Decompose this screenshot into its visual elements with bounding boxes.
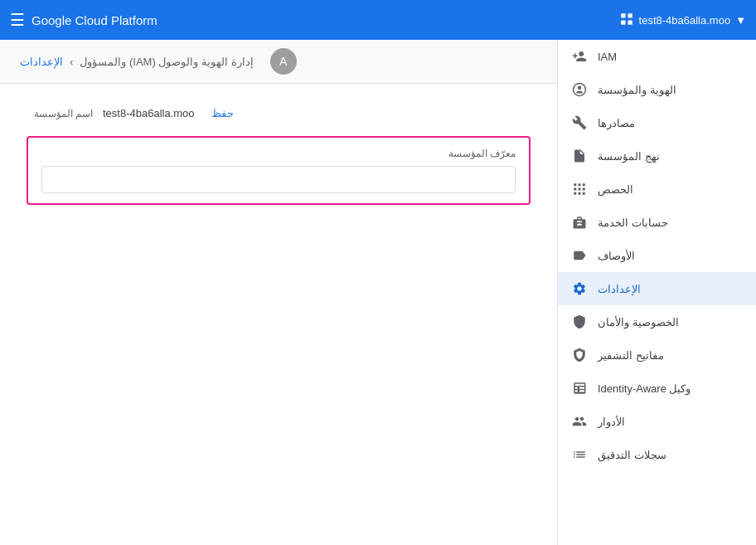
org-name-row: حفظ test8-4ba6alla.moo اسم المؤسسة — [27, 104, 531, 123]
sidebar-item-org-policy[interactable]: نهج المؤسسة — [558, 139, 756, 173]
sidebar-item-audit[interactable]: سجلات التدقيق — [558, 438, 756, 471]
sidebar-item-crypto-keys[interactable]: مفاتيح التشفير — [558, 338, 756, 372]
person-add-icon — [571, 48, 588, 65]
shield-icon — [571, 314, 588, 330]
layout: IAM الهوية والمؤسسة مصادرها نهج المؤسسة — [0, 40, 756, 545]
hamburger-icon[interactable]: ☰ — [10, 10, 25, 30]
table-icon — [571, 380, 588, 397]
sidebar-item-labels[interactable]: الأوصاف — [558, 239, 756, 272]
org-id-label: معرّف المؤسسة — [41, 148, 516, 159]
topbar-right: test8-4ba6alla.moo ▼ — [619, 12, 746, 29]
main-content: حفظ test8-4ba6alla.moo اسم المؤسسة معرّف… — [0, 84, 557, 545]
page-header: A إدارة الهوية والوصول (IAM) والمسؤول › … — [0, 40, 557, 84]
topbar: ☰ Google Cloud Platform test8-4ba6alla.m… — [0, 0, 756, 40]
sidebar-item-iap[interactable]: وكيل Identity-Aware — [558, 372, 756, 405]
breadcrumb-service: إدارة الهوية والوصول (IAM) والمسؤول — [80, 56, 253, 68]
badge-icon — [571, 214, 588, 231]
wrench-icon — [571, 114, 588, 131]
sidebar-item-iam[interactable]: IAM — [558, 40, 756, 73]
sidebar-item-quotas[interactable]: الحصص — [558, 173, 756, 206]
org-name-value: test8-4ba6alla.moo — [103, 107, 195, 119]
doc-icon — [571, 148, 588, 164]
app-title: Google Cloud Platform — [32, 13, 158, 27]
project-selector[interactable]: test8-4ba6alla.moo ▼ — [619, 12, 746, 29]
org-name-label: اسم المؤسسة — [27, 108, 93, 119]
sidebar-item-privacy[interactable]: الخصوصية والأمان — [558, 305, 756, 338]
sidebar: IAM الهوية والمؤسسة مصادرها نهج المؤسسة — [557, 40, 756, 545]
save-button[interactable]: حفظ — [205, 104, 240, 123]
label-icon — [571, 247, 588, 264]
sidebar-item-service-accounts[interactable]: حسابات الخدمة — [558, 206, 756, 239]
topbar-left: ☰ Google Cloud Platform — [10, 10, 158, 30]
identity-icon — [571, 81, 588, 98]
shield2-icon — [571, 347, 588, 363]
sidebar-item-roles[interactable]: الأدوار — [558, 405, 756, 438]
sidebar-item-policies[interactable]: مصادرها — [558, 106, 756, 139]
org-id-input[interactable] — [41, 166, 516, 193]
org-id-field-container: معرّف المؤسسة — [27, 136, 531, 205]
sidebar-item-identity[interactable]: الهوية والمؤسسة — [558, 73, 756, 106]
breadcrumb-current: الإعدادات — [20, 56, 63, 68]
dropdown-icon: ▼ — [735, 14, 746, 27]
project-name: test8-4ba6alla.moo — [639, 14, 731, 27]
sidebar-item-settings[interactable]: الإعدادات — [558, 272, 756, 305]
gear-icon — [571, 280, 588, 297]
grid-icon — [619, 12, 634, 29]
person-stack-icon — [571, 413, 588, 430]
breadcrumb-separator: › — [70, 56, 73, 68]
grid-small-icon — [571, 181, 588, 197]
list-icon — [571, 446, 588, 463]
user-avatar[interactable]: A — [270, 48, 297, 75]
main-area: A إدارة الهوية والوصول (IAM) والمسؤول › … — [0, 40, 557, 545]
